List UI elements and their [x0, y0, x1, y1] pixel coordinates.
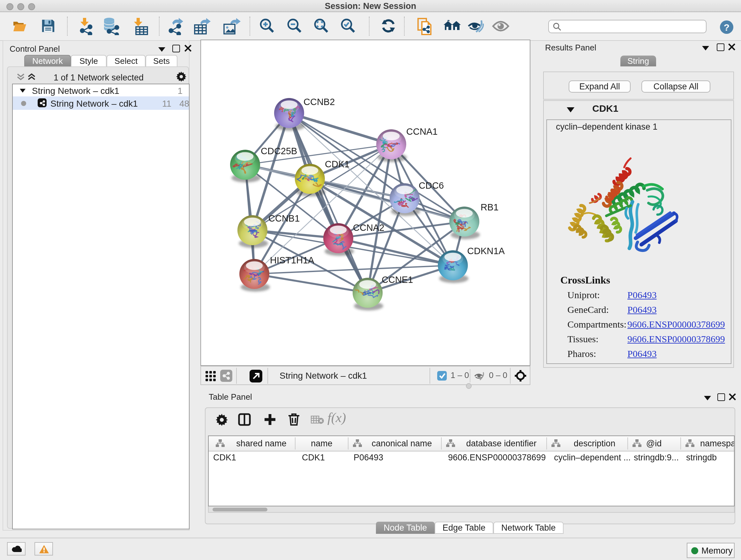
- svg-text:CDKN1A: CDKN1A: [467, 246, 505, 256]
- svg-text:CDC6: CDC6: [419, 180, 444, 191]
- svg-text:CCNA2: CCNA2: [353, 223, 384, 233]
- svg-text:CDC25B: CDC25B: [261, 146, 297, 156]
- svg-text:CCNA1: CCNA1: [406, 126, 437, 137]
- svg-text:CCNB1: CCNB1: [268, 213, 300, 224]
- svg-text:RB1: RB1: [481, 202, 498, 212]
- svg-text:CCNB2: CCNB2: [304, 97, 335, 107]
- svg-text:CDK1: CDK1: [325, 159, 349, 169]
- svg-text:CCNE1: CCNE1: [382, 274, 413, 285]
- svg-text:HIST1H1A: HIST1H1A: [270, 255, 314, 265]
